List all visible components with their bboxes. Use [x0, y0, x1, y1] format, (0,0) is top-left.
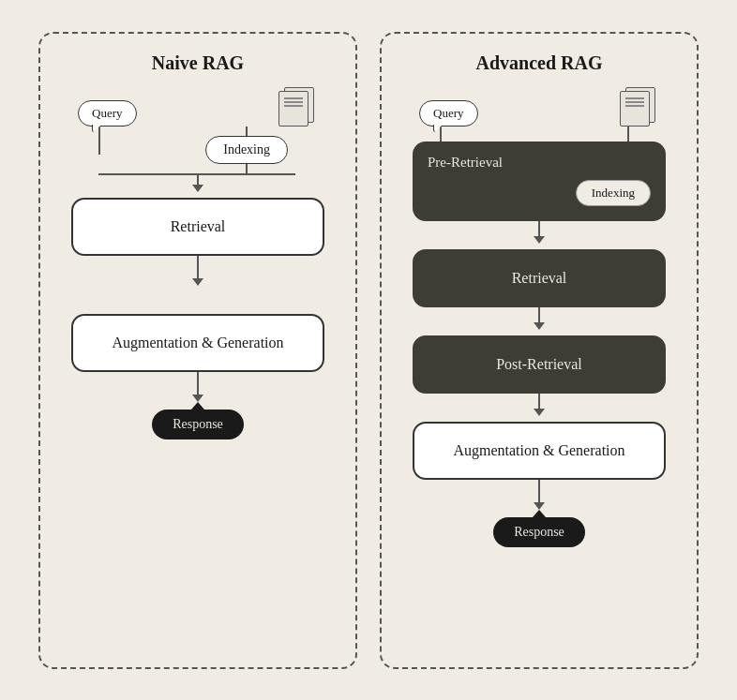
- naive-docs-line-1: [246, 127, 248, 136]
- adv-retrieval-box: Retrieval: [413, 249, 666, 307]
- adv-response-bubble: Response: [493, 517, 585, 547]
- naive-docs-icon: [278, 91, 308, 127]
- doc-page-front: [278, 91, 308, 127]
- adv-aug-line: [538, 480, 540, 502]
- adv-arrow-4: [534, 502, 545, 510]
- adv-query-col: Query: [419, 93, 478, 127]
- naive-arrow-1: [192, 185, 203, 192]
- naive-rag-title: Naive RAG: [152, 52, 244, 74]
- adv-arrow-1: [534, 236, 545, 244]
- adv-arrow-3: [534, 409, 545, 416]
- adv-indexing-box: Indexing: [576, 180, 651, 206]
- naive-response-bubble: Response: [152, 410, 244, 439]
- adv-doc-page-front: [620, 91, 650, 127]
- naive-indexing-box: Indexing: [205, 136, 288, 164]
- adv-docs-col: [620, 91, 650, 127]
- naive-query-line-1: [98, 127, 100, 155]
- naive-docs-col: [278, 91, 308, 127]
- adv-query-line-1: [440, 127, 442, 141]
- naive-indexing-line-down: [246, 164, 248, 173]
- adv-arrow-2: [534, 322, 545, 330]
- naive-retrieval-box: Retrieval: [71, 198, 324, 256]
- naive-rag-panel: Naive RAG Query Indexi: [38, 32, 357, 669]
- naive-query-col: Query: [78, 93, 137, 127]
- adv-docs-icon: [620, 91, 650, 127]
- adv-docs-line-1: [627, 127, 629, 141]
- naive-aug-line: [197, 372, 199, 395]
- main-container: Naive RAG Query Indexi: [16, 9, 721, 692]
- adv-pre-retrieval-inner: Indexing: [428, 180, 651, 206]
- advanced-rag-title: Advanced RAG: [475, 52, 602, 74]
- naive-arrow-2: [192, 278, 203, 286]
- adv-post-ret-line: [538, 394, 540, 409]
- naive-query-bubble: Query: [78, 100, 137, 127]
- adv-ret-line: [538, 307, 540, 322]
- naive-retrieval-line: [197, 256, 199, 278]
- adv-pre-retrieval-box: Pre-Retrieval Indexing: [413, 141, 666, 221]
- naive-gap: [197, 286, 199, 314]
- adv-post-retrieval-box: Post-Retrieval: [413, 335, 666, 394]
- advanced-rag-panel: Advanced RAG Query Pre-Retrie: [380, 32, 699, 669]
- adv-query-bubble: Query: [419, 100, 478, 127]
- adv-pre-retrieval-label: Pre-Retrieval: [428, 155, 651, 171]
- naive-aug-gen-box: Augmentation & Generation: [71, 314, 324, 372]
- adv-aug-gen-box: Augmentation & Generation: [413, 422, 666, 480]
- naive-arrow-3: [192, 395, 203, 402]
- adv-pre-ret-line: [538, 221, 540, 236]
- naive-merge-line: [197, 175, 199, 185]
